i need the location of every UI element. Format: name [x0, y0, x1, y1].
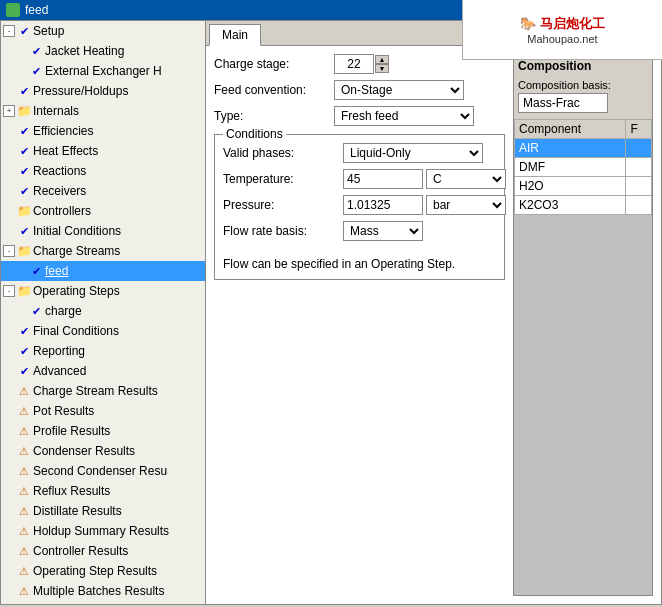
expand-icon-initial-conditions	[3, 225, 15, 237]
type-row: Type: Fresh feed Recycle	[214, 106, 505, 126]
pressure-input[interactable]	[343, 195, 423, 215]
tree-label-reflux-results: Reflux Results	[33, 482, 110, 500]
tree-item-initial-conditions[interactable]: ✔Initial Conditions	[1, 221, 205, 241]
comp-row-air[interactable]: AIR	[515, 139, 652, 158]
tree-label-operating-steps: Operating Steps	[33, 282, 120, 300]
tab-main[interactable]: Main	[209, 24, 261, 46]
expand-icon-charge-stream-results	[3, 385, 15, 397]
tree-item-final-conditions[interactable]: ✔Final Conditions	[1, 321, 205, 341]
expand-icon-internals[interactable]: +	[3, 105, 15, 117]
expand-icon-setup[interactable]: -	[3, 25, 15, 37]
valid-phases-row: Valid phases: Liquid-Only Vapor-Only Vap…	[223, 143, 496, 163]
tree-item-pressure-holdups[interactable]: ✔Pressure/Holdups	[1, 81, 205, 101]
status-icon-setup: ✔	[17, 24, 31, 38]
status-icon-controllers: 📁	[17, 204, 31, 218]
tree-label-receivers: Receivers	[33, 182, 86, 200]
comp-row-dmf[interactable]: DMF	[515, 158, 652, 177]
pressure-label: Pressure:	[223, 198, 343, 212]
charge-stage-spinner[interactable]: ▲ ▼	[334, 54, 389, 74]
tree-label-feed: feed	[45, 262, 68, 280]
type-label: Type:	[214, 109, 334, 123]
flow-rate-row: Flow rate basis: Mass Mole Volume	[223, 221, 496, 241]
tree-item-controller-results[interactable]: ⚠Controller Results	[1, 541, 205, 561]
tree-item-reporting[interactable]: ✔Reporting	[1, 341, 205, 361]
main-container: -✔Setup✔Jacket Heating✔External Exchange…	[0, 20, 662, 605]
tree-item-reactions[interactable]: ✔Reactions	[1, 161, 205, 181]
watermark: 🐎 马启炮化工 Mahoupao.net	[462, 0, 662, 60]
form-section: Charge stage: ▲ ▼ Feed convention:	[214, 54, 505, 596]
tree-label-controllers: Controllers	[33, 202, 91, 220]
tree-item-condenser-results[interactable]: ⚠Condenser Results	[1, 441, 205, 461]
tree-item-charge[interactable]: ✔charge	[1, 301, 205, 321]
temperature-input[interactable]	[343, 169, 423, 189]
tree-item-receivers[interactable]: ✔Receivers	[1, 181, 205, 201]
valid-phases-select[interactable]: Liquid-Only Vapor-Only Vapor-Liquid	[343, 143, 483, 163]
tree-item-profile-results[interactable]: ⚠Profile Results	[1, 421, 205, 441]
flow-rate-control: Mass Mole Volume	[343, 221, 423, 241]
tree-item-distillate-results[interactable]: ⚠Distillate Results	[1, 501, 205, 521]
temperature-row: Temperature: C F K	[223, 169, 496, 189]
expand-icon-multiple-batches	[3, 585, 15, 597]
tree-item-charge-stream-results[interactable]: ⚠Charge Stream Results	[1, 381, 205, 401]
feed-convention-control: On-Stage Above-Stage	[334, 80, 464, 100]
tree-label-distillate-results: Distillate Results	[33, 502, 122, 520]
status-icon-charge-streams: 📁	[17, 244, 31, 258]
feed-convention-row: Feed convention: On-Stage Above-Stage	[214, 80, 505, 100]
status-icon-feed: ✔	[29, 264, 43, 278]
tree-item-reflux-results[interactable]: ⚠Reflux Results	[1, 481, 205, 501]
tree-item-holdup-summary[interactable]: ⚠Holdup Summary Results	[1, 521, 205, 541]
spinner-up[interactable]: ▲	[375, 55, 389, 64]
tree-item-heat-effects[interactable]: ✔Heat Effects	[1, 141, 205, 161]
composition-basis-label: Composition basis:	[518, 79, 648, 91]
comp-name-k2co3: K2CO3	[515, 196, 626, 215]
status-icon-controller-results: ⚠	[17, 544, 31, 558]
comp-row-k2co3[interactable]: K2CO3	[515, 196, 652, 215]
spinner-down[interactable]: ▼	[375, 64, 389, 73]
comp-frac-h2o[interactable]	[626, 177, 652, 196]
tree-item-setup[interactable]: -✔Setup	[1, 21, 205, 41]
col-fraction: F	[626, 120, 652, 139]
status-icon-multiple-batches: ⚠	[17, 584, 31, 598]
status-icon-initial-conditions: ✔	[17, 224, 31, 238]
tree-panel: -✔Setup✔Jacket Heating✔External Exchange…	[1, 21, 206, 604]
tree-item-pot-results[interactable]: ⚠Pot Results	[1, 401, 205, 421]
expand-icon-final-conditions	[3, 325, 15, 337]
tree-item-jacket-heating[interactable]: ✔Jacket Heating	[1, 41, 205, 61]
expand-icon-charge-streams[interactable]: -	[3, 245, 15, 257]
comp-frac-dmf[interactable]	[626, 158, 652, 177]
tree-item-multiple-batches[interactable]: ⚠Multiple Batches Results	[1, 581, 205, 601]
comp-row-h2o[interactable]: H2O	[515, 177, 652, 196]
tree-item-efficiencies[interactable]: ✔Efficiencies	[1, 121, 205, 141]
feed-convention-select[interactable]: On-Stage Above-Stage	[334, 80, 464, 100]
charge-stage-label: Charge stage:	[214, 57, 334, 71]
tree-item-internals[interactable]: +📁Internals	[1, 101, 205, 121]
tree-item-external-exchanger[interactable]: ✔External Exchanger H	[1, 61, 205, 81]
charge-stage-input[interactable]	[334, 54, 374, 74]
expand-icon-reporting	[3, 345, 15, 357]
feed-convention-label: Feed convention:	[214, 83, 334, 97]
type-select[interactable]: Fresh feed Recycle	[334, 106, 474, 126]
status-icon-pressure-holdups: ✔	[17, 84, 31, 98]
tree-item-charge-streams[interactable]: -📁Charge Streams	[1, 241, 205, 261]
tree-item-operating-step-results[interactable]: ⚠Operating Step Results	[1, 561, 205, 581]
tree-item-feed[interactable]: ✔feed	[1, 261, 205, 281]
flow-rate-select[interactable]: Mass Mole Volume	[343, 221, 423, 241]
temperature-unit-select[interactable]: C F K	[426, 169, 506, 189]
comp-frac-air[interactable]	[626, 139, 652, 158]
watermark-line1: 🐎 马启炮化工	[520, 15, 605, 33]
status-icon-operating-steps: 📁	[17, 284, 31, 298]
tree-label-second-condenser: Second Condenser Resu	[33, 462, 167, 480]
expand-icon-charge	[15, 305, 27, 317]
tree-item-advanced[interactable]: ✔Advanced	[1, 361, 205, 381]
charge-stage-control: ▲ ▼	[334, 54, 389, 74]
tree-item-controllers[interactable]: 📁Controllers	[1, 201, 205, 221]
tree-label-charge-stream-results: Charge Stream Results	[33, 382, 158, 400]
comp-frac-k2co3[interactable]	[626, 196, 652, 215]
pressure-unit-select[interactable]: bar atm psi	[426, 195, 506, 215]
tree-item-second-condenser[interactable]: ⚠Second Condenser Resu	[1, 461, 205, 481]
tree-item-time-profiles[interactable]: ⚠Time Profiles	[1, 601, 205, 604]
valid-phases-label: Valid phases:	[223, 146, 343, 160]
expand-icon-operating-steps[interactable]: -	[3, 285, 15, 297]
status-icon-advanced: ✔	[17, 364, 31, 378]
tree-item-operating-steps[interactable]: -📁Operating Steps	[1, 281, 205, 301]
